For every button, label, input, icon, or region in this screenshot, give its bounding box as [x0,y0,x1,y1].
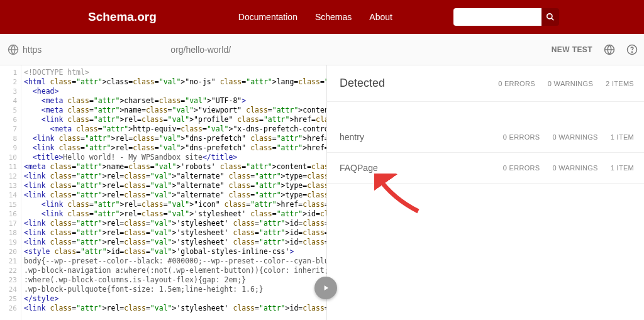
code-panel[interactable]: 1234567891011121314151617181920212223242… [0,65,327,320]
summary-errors: 0 ERRORS [498,80,535,87]
row-errors: 0 ERRORS [503,164,540,172]
row-warnings: 0 WARNINGS [552,164,597,172]
search-input[interactable] [453,8,541,26]
result-name: FAQPage [340,163,378,173]
summary-warnings: 0 WARNINGS [548,80,593,87]
search-icon [546,13,555,21]
summary-items: 2 ITEMS [606,80,634,87]
svg-point-5 [631,52,632,52]
svg-line-1 [552,18,554,21]
nav-links: Documentation Schemas About [238,12,392,22]
row-items: 1 ITEM [611,133,634,141]
search-wrap [453,8,559,26]
row-warnings: 0 WARNINGS [552,133,597,141]
language-icon[interactable] [604,44,615,55]
results-title: Detected [340,77,385,90]
logo[interactable]: Schema.org [88,10,157,24]
play-icon [321,284,330,292]
globe-icon [8,44,19,55]
row-errors: 0 ERRORS [503,133,540,141]
site-header: Schema.org Documentation Schemas About [0,0,644,34]
result-row-hentry[interactable]: hentry0 ERRORS0 WARNINGS1 ITEM [327,122,644,153]
result-row-faqpage[interactable]: FAQPage0 ERRORS0 WARNINGS1 ITEM [327,153,644,184]
nav-schemas[interactable]: Schemas [315,12,352,22]
search-button[interactable] [541,8,559,26]
results-panel: Detected 0 ERRORS 0 WARNINGS 2 ITEMS hen… [327,65,644,320]
new-test-button[interactable]: NEW TEST [552,45,592,54]
row-items: 1 ITEM [611,164,634,172]
line-gutter: 1234567891011121314151617181920212223242… [0,65,21,320]
results-summary: 0 ERRORS 0 WARNINGS 2 ITEMS [498,80,634,87]
svg-point-0 [547,14,552,19]
nav-documentation[interactable]: Documentation [238,12,297,22]
nav-about[interactable]: About [369,12,392,22]
run-button[interactable] [314,277,337,299]
results-header: Detected 0 ERRORS 0 WARNINGS 2 ITEMS [327,65,644,102]
url-display[interactable]: httpsorg/hello-world/ [23,45,231,55]
help-icon[interactable] [626,44,638,55]
result-name: hentry [340,132,364,142]
tool-subheader: httpsorg/hello-world/ NEW TEST [0,34,644,65]
result-spacer [327,102,644,122]
code-lines: <!DOCTYPE html><html class="attr">class=… [21,65,326,320]
